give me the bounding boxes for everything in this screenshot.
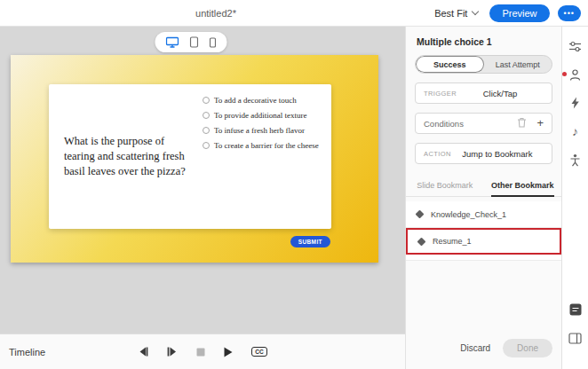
answer-option[interactable]: To create a barrier for the cheese <box>203 141 324 150</box>
conditions-actions: + <box>517 115 544 131</box>
right-icon-rail: ♪ <box>561 27 588 369</box>
interaction-panel: Multiple choice 1 Success Last Attempt T… <box>405 27 561 369</box>
tab-slide-bookmark[interactable]: Slide Bookmark <box>406 176 484 196</box>
playback-controls: CC <box>0 347 405 357</box>
question-text: What is the purpose of tearing and scatt… <box>49 84 195 229</box>
radio-icon <box>203 142 210 149</box>
bookmark-diamond-icon <box>416 210 425 219</box>
bookmark-list: Knowledge_Check_1 Resume_1 <box>406 201 561 261</box>
body: What is the purpose of tearing and scatt… <box>0 27 588 369</box>
panel-title: Multiple choice 1 <box>406 27 561 55</box>
radio-icon <box>203 112 210 119</box>
chevron-down-icon <box>472 8 479 15</box>
bookmark-row[interactable]: Knowledge_Check_1 <box>406 201 561 228</box>
radio-icon <box>203 97 210 104</box>
trigger-value: Click/Tap <box>457 89 544 98</box>
panel-footer: Discard Done <box>406 330 561 369</box>
zoom-fit-dropdown[interactable]: Best Fit <box>431 5 481 21</box>
bookmark-label: Knowledge_Check_1 <box>431 210 506 219</box>
more-options-button[interactable]: ••• <box>558 5 581 21</box>
device-preview-toggle <box>155 32 227 52</box>
stage-canvas[interactable]: What is the purpose of tearing and scatt… <box>0 27 405 334</box>
rail-bottom-group <box>568 302 584 346</box>
done-button[interactable]: Done <box>503 339 552 357</box>
canvas-column: What is the purpose of tearing and scatt… <box>0 27 405 369</box>
accessibility-icon[interactable] <box>568 152 584 168</box>
trigger-label: TRIGGER <box>424 90 457 98</box>
bookmark-diamond-icon <box>417 237 426 246</box>
play-icon[interactable] <box>224 347 233 357</box>
zoom-fit-label: Best Fit <box>434 8 467 19</box>
quick-actions-icon[interactable] <box>568 95 584 111</box>
stop-icon[interactable] <box>196 348 205 357</box>
answer-option-label: To add a decorative touch <box>214 96 297 105</box>
question-card[interactable]: What is the purpose of tearing and scatt… <box>49 84 331 229</box>
cc-badge-label: CC <box>251 347 266 357</box>
tab-success[interactable]: Success <box>416 56 484 73</box>
comments-panel-icon[interactable] <box>568 302 584 318</box>
interactions-icon[interactable] <box>568 67 584 82</box>
trigger-field[interactable]: TRIGGER Click/Tap <box>415 82 552 104</box>
conditions-field[interactable]: Conditions + <box>415 113 552 134</box>
answer-option[interactable]: To infuse a fresh herb flavor <box>203 126 324 135</box>
app-window: untitled2* Best Fit Preview ••• <box>0 0 588 369</box>
preview-button[interactable]: Preview <box>489 4 549 22</box>
closed-captions-icon[interactable]: CC <box>251 347 266 357</box>
desktop-device-icon[interactable] <box>166 36 179 48</box>
slide[interactable]: What is the purpose of tearing and scatt… <box>11 55 378 263</box>
timeline-bar: Timeline <box>0 334 405 369</box>
answer-option-label: To create a barrier for the cheese <box>214 141 319 150</box>
answer-option-label: To provide additional texture <box>214 111 307 120</box>
action-label: ACTION <box>424 150 451 158</box>
action-field[interactable]: ACTION Jump to Bookmark <box>415 143 552 164</box>
action-value: Jump to Bookmark <box>451 149 544 159</box>
top-bar-right: Best Fit Preview ••• <box>431 4 588 22</box>
properties-sliders-icon[interactable] <box>568 38 584 54</box>
answer-option-label: To infuse a fresh herb flavor <box>214 126 305 135</box>
answer-options: To add a decorative touch To provide add… <box>195 84 331 229</box>
tab-other-bookmark[interactable]: Other Bookmark <box>484 176 562 196</box>
state-segmented-control: Success Last Attempt <box>415 55 552 74</box>
radio-icon <box>203 127 210 134</box>
bookmark-row-selected[interactable]: Resume_1 <box>406 228 561 255</box>
trash-icon[interactable] <box>517 115 527 131</box>
skip-to-start-icon[interactable] <box>138 347 148 357</box>
add-condition-icon[interactable]: + <box>536 119 544 128</box>
bookmark-label: Resume_1 <box>433 237 472 246</box>
document-title: untitled2* <box>195 8 236 19</box>
music-note-glyph: ♪ <box>572 125 578 137</box>
bookmark-tabs: Slide Bookmark Other Bookmark <box>406 176 561 197</box>
top-bar: untitled2* Best Fit Preview ••• <box>0 0 588 27</box>
phone-device-icon[interactable] <box>210 37 217 48</box>
conditions-label: Conditions <box>424 119 464 129</box>
tab-last-attempt[interactable]: Last Attempt <box>484 56 552 73</box>
play-next-icon[interactable] <box>167 347 178 357</box>
tablet-device-icon[interactable] <box>190 36 199 48</box>
answer-option[interactable]: To provide additional texture <box>203 111 324 120</box>
submit-button[interactable]: SUBMIT <box>290 236 330 247</box>
notification-dot <box>562 72 567 76</box>
panel-layout-toggle-icon[interactable] <box>568 330 584 346</box>
audio-icon[interactable]: ♪ <box>568 123 584 139</box>
discard-button[interactable]: Discard <box>460 343 490 353</box>
answer-option[interactable]: To add a decorative touch <box>203 96 324 105</box>
